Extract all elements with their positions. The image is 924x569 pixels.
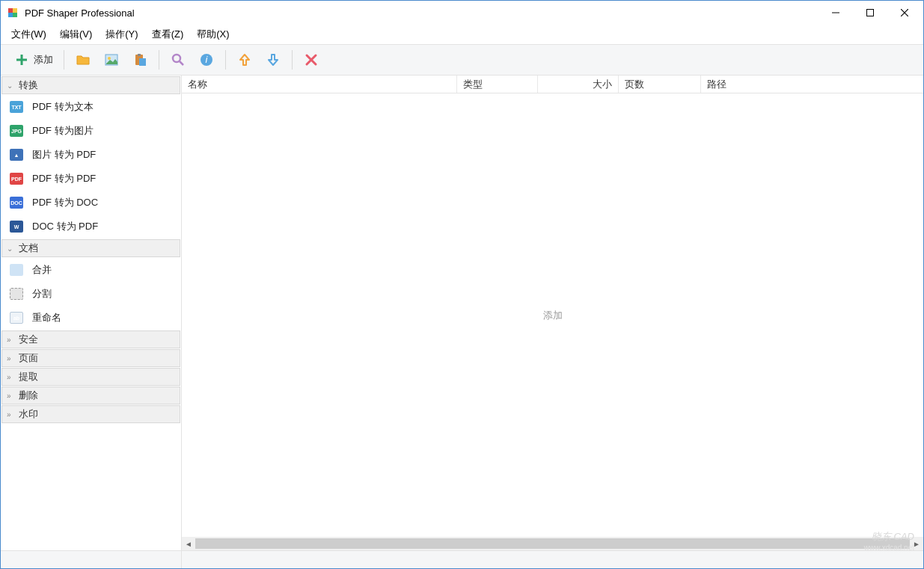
sidebar-item-pdf-to-pdf[interactable]: PDFPDF 转为 PDF: [1, 167, 181, 191]
chevron-right-icon: »: [7, 354, 16, 363]
chevron-right-icon: »: [7, 373, 16, 381]
svg-line-12: [180, 61, 183, 65]
svg-point-7: [108, 57, 111, 60]
col-size[interactable]: 大小: [538, 76, 619, 93]
menu-edit[interactable]: 编辑(V): [54, 25, 98, 43]
doc-icon: DOC: [10, 197, 23, 209]
toolbar-separator: [64, 50, 64, 70]
column-headers: 名称 类型 大小 页数 路径: [182, 76, 923, 93]
arrow-up-icon: [237, 52, 252, 67]
chevron-down-icon: ⌄: [7, 244, 16, 253]
x-icon: [304, 52, 319, 67]
menu-action[interactable]: 操作(Y): [100, 25, 144, 43]
merge-icon: [10, 264, 23, 276]
col-name[interactable]: 名称: [182, 76, 457, 93]
menu-view[interactable]: 查看(Z): [146, 25, 190, 43]
svg-rect-9: [138, 54, 141, 56]
add-image-button[interactable]: [97, 48, 126, 72]
rename-icon: ab: [10, 312, 23, 324]
menu-help[interactable]: 帮助(X): [191, 25, 235, 43]
sidebar-item-rename[interactable]: ab重命名: [1, 306, 181, 330]
sidebar: ⌄转换 TXTPDF 转为文本 JPGPDF 转为图片 ▲图片 转为 PDF P…: [1, 76, 182, 550]
window-title: PDF Shaper Professional: [25, 7, 819, 19]
arrow-down-icon: [266, 52, 281, 67]
toolbar-separator: [159, 50, 159, 70]
svg-rect-1: [867, 10, 874, 16]
info-button[interactable]: i: [192, 48, 221, 72]
chevron-right-icon: »: [7, 336, 16, 344]
sidebar-item-split[interactable]: 分割: [1, 282, 181, 306]
category-security[interactable]: »安全: [1, 330, 180, 348]
folder-icon: [76, 52, 91, 67]
category-delete[interactable]: »删除: [1, 387, 180, 405]
category-extract[interactable]: »提取: [1, 368, 180, 386]
titlebar: PDF Shaper Professional: [1, 1, 923, 25]
remove-button[interactable]: [297, 48, 325, 72]
sidebar-item-image-to-pdf[interactable]: ▲图片 转为 PDF: [1, 143, 181, 167]
sidebar-item-pdf-to-image[interactable]: JPGPDF 转为图片: [1, 119, 181, 143]
minimize-button[interactable]: [819, 1, 853, 24]
scroll-left-icon[interactable]: ◄: [182, 537, 195, 550]
search-icon: [171, 52, 186, 67]
move-down-button[interactable]: [259, 48, 287, 72]
col-pages[interactable]: 页数: [619, 76, 701, 93]
add-button[interactable]: 添加: [8, 48, 59, 72]
file-list-empty[interactable]: 添加: [182, 93, 923, 537]
category-pages[interactable]: »页面: [1, 349, 180, 367]
col-path[interactable]: 路径: [701, 76, 923, 93]
scroll-track[interactable]: [195, 538, 910, 550]
maximize-button[interactable]: [853, 1, 887, 24]
window-controls: [819, 1, 922, 24]
chevron-right-icon: »: [7, 392, 16, 400]
content-body: ⌄转换 TXTPDF 转为文本 JPGPDF 转为图片 ▲图片 转为 PDF P…: [1, 76, 923, 550]
split-icon: [10, 288, 23, 300]
empty-placeholder: 添加: [543, 309, 563, 322]
sidebar-item-doc-to-pdf[interactable]: WDOC 转为 PDF: [1, 215, 181, 239]
category-convert[interactable]: ⌄转换: [1, 76, 180, 94]
main-panel: 名称 类型 大小 页数 路径 添加 ◄ ►: [182, 76, 923, 550]
scroll-right-icon[interactable]: ►: [910, 537, 923, 550]
close-button[interactable]: [887, 1, 922, 24]
statusbar: [1, 550, 923, 568]
toolbar-separator: [292, 50, 293, 70]
category-watermark[interactable]: »水印: [1, 405, 180, 423]
svg-rect-10: [139, 58, 146, 66]
word-icon: W: [10, 221, 23, 233]
txt-icon: TXT: [10, 101, 23, 113]
paste-button[interactable]: [126, 48, 154, 72]
chevron-right-icon: »: [7, 410, 16, 419]
sidebar-item-pdf-to-text[interactable]: TXTPDF 转为文本: [1, 95, 181, 119]
jpg-icon: JPG: [10, 125, 23, 137]
search-button[interactable]: [164, 48, 192, 72]
statusbar-left: [1, 551, 182, 568]
add-folder-button[interactable]: [69, 48, 97, 72]
plus-icon: [14, 52, 29, 67]
info-icon: i: [199, 52, 214, 67]
menubar: 文件(W) 编辑(V) 操作(Y) 查看(Z) 帮助(X): [1, 25, 923, 44]
menu-file[interactable]: 文件(W): [5, 25, 52, 43]
toolbar-separator: [225, 50, 226, 70]
move-up-button[interactable]: [230, 48, 259, 72]
add-button-label: 添加: [34, 53, 53, 67]
toolbar: 添加 i: [1, 44, 923, 76]
image-file-icon: ▲: [10, 149, 23, 161]
scroll-thumb[interactable]: [195, 538, 910, 549]
app-logo-icon: [7, 7, 19, 19]
chevron-down-icon: ⌄: [7, 81, 16, 90]
sidebar-item-merge[interactable]: 合并: [1, 258, 181, 282]
sidebar-item-pdf-to-doc[interactable]: DOCPDF 转为 DOC: [1, 191, 181, 215]
col-type[interactable]: 类型: [457, 76, 538, 93]
image-icon: [104, 52, 119, 67]
clipboard-icon: [132, 52, 147, 67]
pdf-icon: PDF: [10, 173, 23, 185]
category-document[interactable]: ⌄文档: [1, 239, 180, 257]
horizontal-scrollbar[interactable]: ◄ ►: [182, 537, 923, 550]
svg-point-11: [173, 55, 180, 62]
